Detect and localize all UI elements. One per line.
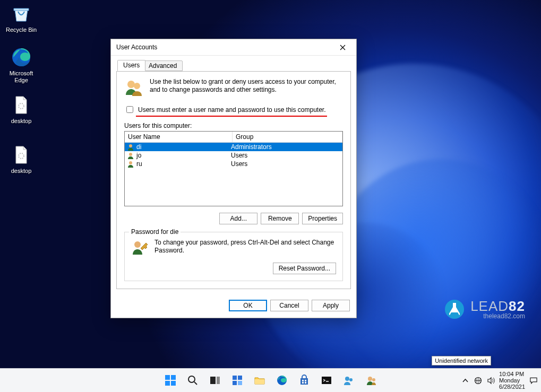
svg-point-8: [134, 241, 141, 248]
tab-strip: Users Advanced: [116, 60, 351, 72]
cell-user: ru: [136, 160, 142, 168]
search-button[interactable]: [183, 370, 203, 390]
apply-button[interactable]: Apply: [312, 300, 350, 311]
column-group[interactable]: Group: [233, 132, 342, 142]
chevron-up-icon: [461, 377, 469, 385]
file-icon: [10, 143, 33, 167]
terminal-icon: [321, 374, 332, 386]
column-user-name[interactable]: User Name: [125, 132, 233, 142]
user-accounts-dialog: User Accounts Users Advanced Use: [110, 39, 357, 318]
desktop-icon-recycle-bin[interactable]: Recycle Bin: [2, 2, 40, 33]
list-row[interactable]: di Administrators: [125, 143, 342, 151]
svg-point-6: [129, 153, 132, 156]
windows-icon: [165, 374, 176, 386]
start-button[interactable]: [160, 370, 181, 390]
add-button[interactable]: Add...: [219, 213, 257, 224]
group-legend: Password for die: [129, 228, 181, 236]
user-icon: [127, 152, 134, 159]
desktop: Recycle Bin Microsoft Edge desktop deskt…: [0, 0, 541, 392]
svg-rect-25: [302, 382, 304, 384]
users-listbox[interactable]: User Name Group di Administrators jo Use…: [124, 131, 343, 206]
password-text: To change your password, press Ctrl-Alt-…: [154, 239, 336, 257]
user-icon: [127, 160, 134, 168]
intro-row: Use the list below to grant or deny user…: [124, 78, 343, 97]
remove-button[interactable]: Remove: [261, 213, 299, 224]
svg-rect-27: [322, 377, 331, 384]
svg-rect-16: [217, 377, 220, 384]
file-icon: [10, 93, 33, 117]
svg-rect-12: [165, 381, 170, 386]
cancel-button[interactable]: Cancel: [270, 300, 308, 311]
list-buttons: Add... Remove Properties: [124, 213, 343, 224]
close-button[interactable]: [333, 41, 352, 54]
desktop-icon-edge[interactable]: Microsoft Edge: [2, 46, 40, 84]
reset-password-button[interactable]: Reset Password...: [273, 263, 336, 274]
volume-icon[interactable]: [486, 376, 495, 385]
watermark-brand-1: LEAD: [470, 298, 509, 314]
svg-rect-10: [165, 375, 170, 380]
widgets-icon: [231, 374, 243, 386]
key-user-icon: [131, 239, 148, 257]
terminal-button[interactable]: [316, 370, 337, 390]
ok-button[interactable]: OK: [229, 300, 267, 311]
desktop-icon-file-1[interactable]: desktop: [2, 93, 40, 125]
cell-group: Administrators: [229, 143, 342, 151]
speaker-icon: [487, 377, 495, 385]
highlight-underline: [136, 116, 327, 117]
watermark-brand-2: 82: [509, 298, 525, 314]
watermark: LEAD82 thelead82.com: [444, 298, 525, 320]
people-icon: [343, 374, 355, 386]
search-icon: [187, 374, 199, 386]
netplwiz-button[interactable]: [361, 370, 381, 390]
svg-rect-11: [171, 375, 176, 380]
icon-label: desktop: [2, 168, 40, 175]
tray-date: 6/28/2021: [499, 384, 525, 390]
app-button-1[interactable]: [339, 370, 359, 390]
svg-rect-20: [238, 381, 242, 385]
svg-point-5: [129, 144, 132, 147]
list-row[interactable]: ru Users: [125, 160, 342, 168]
edge-taskbar-button[interactable]: [272, 370, 292, 390]
store-button[interactable]: [294, 370, 314, 390]
network-icon[interactable]: [474, 376, 482, 385]
list-row[interactable]: jo Users: [125, 151, 342, 160]
close-icon: [340, 45, 346, 50]
desktop-icon-file-2[interactable]: desktop: [2, 143, 40, 175]
dialog-body: Users Advanced Use the list below to gra…: [111, 56, 356, 294]
icon-label: Microsoft Edge: [2, 70, 40, 84]
cell-user: jo: [136, 152, 141, 159]
tab-pane-users: Use the list below to grant or deny user…: [116, 72, 351, 289]
tray-day: Monday: [499, 377, 525, 384]
must-enter-password-label[interactable]: Users must enter a user name and passwor…: [138, 106, 326, 114]
properties-button[interactable]: Properties: [302, 213, 343, 224]
users-icon: [124, 78, 143, 97]
task-view-button[interactable]: [205, 370, 225, 390]
tab-users[interactable]: Users: [117, 60, 145, 71]
titlebar[interactable]: User Accounts: [111, 39, 356, 56]
notifications-button[interactable]: [529, 376, 538, 385]
clock[interactable]: 10:04 PM Monday 6/28/2021: [499, 371, 525, 390]
tray-overflow-button[interactable]: [461, 376, 469, 385]
svg-rect-17: [233, 376, 237, 380]
icon-label: desktop: [2, 118, 40, 125]
svg-point-7: [129, 161, 132, 164]
svg-point-31: [372, 378, 375, 381]
flask-icon: [444, 299, 465, 320]
window-title: User Accounts: [116, 43, 333, 51]
svg-point-30: [368, 377, 372, 381]
users-list-label: Users for this computer:: [124, 122, 343, 129]
edge-icon: [276, 374, 288, 386]
widgets-button[interactable]: [227, 370, 247, 390]
svg-point-3: [127, 81, 135, 88]
svg-rect-18: [238, 376, 242, 380]
must-enter-password-checkbox[interactable]: [126, 106, 133, 113]
network-tooltip: Unidentified network: [432, 356, 491, 365]
globe-icon: [474, 377, 482, 385]
svg-rect-19: [233, 381, 237, 385]
svg-point-4: [134, 83, 140, 89]
tab-advanced[interactable]: Advanced: [143, 60, 183, 71]
store-icon: [298, 374, 310, 386]
explorer-button[interactable]: [250, 370, 270, 390]
list-header: User Name Group: [125, 132, 342, 143]
svg-rect-13: [171, 381, 176, 386]
